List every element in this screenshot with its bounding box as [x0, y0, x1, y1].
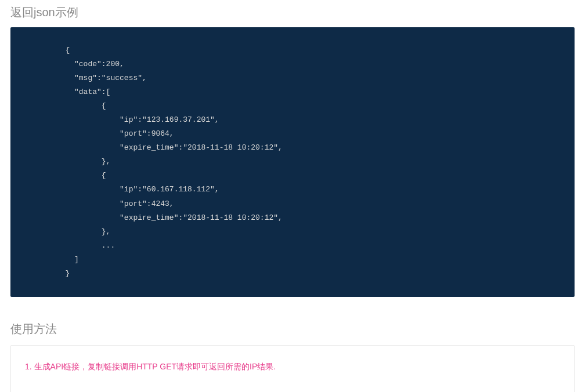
- usage-item-text: 生成API链接，复制链接调用HTTP GET请求即可返回所需的IP结果.: [34, 362, 276, 371]
- section-title-json-example: 返回json示例: [0, 0, 585, 27]
- usage-item-1: 1. 生成API链接，复制链接调用HTTP GET请求即可返回所需的IP结果.: [25, 361, 560, 373]
- usage-item-num: 1.: [25, 362, 34, 371]
- usage-box: 1. 生成API链接，复制链接调用HTTP GET请求即可返回所需的IP结果. …: [10, 345, 575, 392]
- section-title-usage: 使用方法: [0, 311, 585, 345]
- code-block-json: { "code":200, "msg":"success", "data":[ …: [10, 27, 575, 297]
